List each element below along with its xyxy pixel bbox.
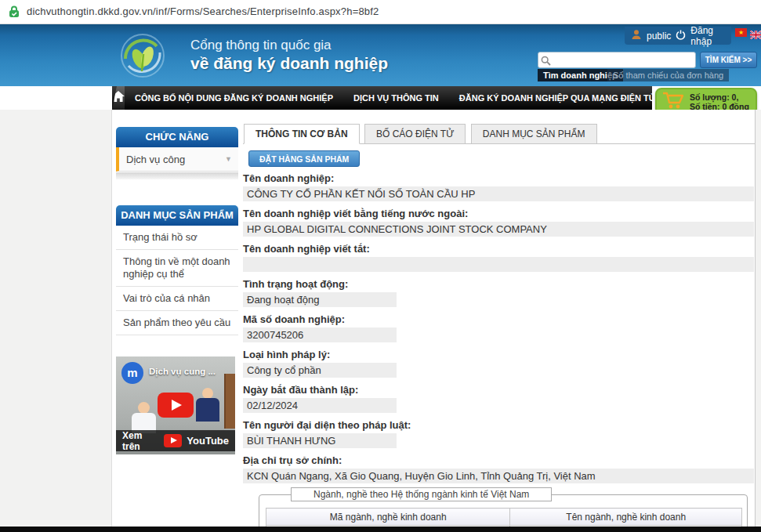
search-input[interactable]	[538, 52, 696, 68]
username-label[interactable]: public	[647, 31, 671, 42]
watch-on-label: Xem trên	[122, 430, 159, 452]
field-value: CÔNG TY CỔ PHẦN KẾT NỐI SỐ TOÀN CẦU HP	[243, 186, 754, 201]
video-scene-person	[196, 398, 219, 422]
sidebar-dropdown-public-services[interactable]: Dịch vụ công ▼	[116, 147, 238, 172]
field-label: Địa chỉ trụ sở chính:	[243, 454, 755, 466]
field-value: Đang hoạt động	[243, 292, 397, 307]
field-label: Tên doanh nghiệp:	[243, 172, 755, 184]
home-tab[interactable]	[112, 86, 125, 110]
search-button[interactable]: TÌM KIẾM >>	[700, 52, 757, 68]
sidebar-header-products: DANH MỤC SẢN PHẨM	[116, 205, 238, 226]
field-value: BÙI THANH HƯNG	[243, 433, 397, 448]
field-label: Ngày bắt đầu thành lập:	[243, 384, 755, 396]
field-value: KCN Quán Ngang, Xã Gio Quang, Huyện Gio …	[243, 469, 754, 483]
main-nav: CÔNG BỐ NỘI DUNG ĐĂNG KÝ DOANH NGHIỆP DỊ…	[112, 86, 652, 110]
industry-col-name: Tên ngành, nghề kinh doanh	[510, 508, 742, 526]
sidebar-product-list: Trạng thái hồ sơ Thông tin về một doanh …	[116, 226, 238, 335]
field-row: Tên doanh nghiệp: CÔNG TY CỔ PHẦN KẾT NỐ…	[243, 172, 755, 201]
video-scene-shelf	[224, 374, 235, 429]
nav-item-dich-vu[interactable]: DỊCH VỤ THÔNG TIN	[343, 93, 449, 103]
sidebar-item-individual-role[interactable]: Vai trò của cá nhân	[116, 287, 238, 311]
field-label: Mã số doanh nghiệp:	[243, 313, 755, 325]
site-logo-leaf-icon[interactable]	[118, 31, 168, 81]
field-row: Ngày bắt đầu thành lập: 02/12/2024	[243, 384, 755, 413]
sidebar-header-functions: CHỨC NĂNG	[116, 127, 238, 147]
tab-e-announcement[interactable]: BỐ CÁO ĐIỆN TỬ	[364, 124, 466, 144]
video-title[interactable]: Dịch vụ cung ...	[149, 367, 216, 376]
content-column: CHỨC NĂNG Dịch vụ công ▼ DANH MỤC SẢN PH…	[112, 110, 756, 527]
field-row: Tên doanh nghiệp viết tắt:	[243, 243, 755, 272]
field-value: 02/12/2024	[243, 398, 397, 413]
video-scene-person	[202, 388, 213, 399]
play-button-icon[interactable]	[158, 393, 194, 418]
field-label: Tên người đại diện theo pháp luật:	[243, 419, 755, 431]
language-flags: ★	[735, 28, 761, 37]
search-mode-order-ref[interactable]: Số tham chiếu của đơn hàng	[607, 69, 729, 81]
enterprise-fields: Tên doanh nghiệp: CÔNG TY CỔ PHẦN KẾT NỐ…	[243, 172, 755, 483]
field-label: Tình trạng hoạt động:	[243, 278, 755, 290]
field-value	[243, 257, 754, 272]
field-row: Tình trạng hoạt động: Đang hoạt động	[243, 278, 755, 307]
browser-url-bar[interactable]: dichvuthongtin.dkkd.gov.vn/inf/Forms/Sea…	[0, 0, 761, 24]
cart-quantity: Số lượng: 0,	[690, 92, 749, 102]
field-label: Tên doanh nghiệp viết bằng tiếng nước ng…	[243, 208, 755, 219]
chevron-down-icon: ▼	[225, 147, 232, 172]
youtube-brand-label: YouTube	[187, 435, 229, 447]
field-row: Mã số doanh nghiệp: 3200745206	[243, 313, 755, 342]
search-icon	[541, 55, 551, 65]
youtube-video-embed[interactable]: m Dịch vụ cung ... Xem trên YouTube	[116, 356, 235, 454]
industry-table: Mã ngành, nghề kinh doanh Tên ngành, ngh…	[266, 508, 742, 527]
field-row: Tên người đại diện theo pháp luật: BÙI T…	[243, 419, 755, 448]
site-title-line2: về đăng ký doanh nghiệp	[190, 54, 388, 73]
channel-avatar[interactable]: m	[121, 362, 143, 384]
field-value: HP GLOBAL DIGITAL CONNECTIONS JOINT STOC…	[243, 222, 754, 237]
field-value: Công ty cổ phần	[243, 363, 397, 378]
secure-lock-icon[interactable]	[7, 5, 21, 19]
tab-basic-info[interactable]: THÔNG TIN CƠ BẢN	[244, 124, 360, 144]
sidebar-item-enterprise-info[interactable]: Thông tin về một doanh nghiệp cụ thể	[116, 250, 238, 287]
field-row: Tên doanh nghiệp viết bằng tiếng nước ng…	[243, 208, 755, 237]
order-product-button[interactable]: ĐẶT HÀNG SẢN PHẨM	[248, 150, 360, 167]
login-link[interactable]: Đăng nhập	[690, 25, 725, 47]
screenshot-root: dichvuthongtin.dkkd.gov.vn/inf/Forms/Sea…	[0, 0, 761, 532]
field-label: Loại hình pháp lý:	[243, 349, 755, 360]
site-title-line1: Cổng thông tin quốc gia	[190, 38, 332, 53]
sidebar-divider-strip	[116, 172, 238, 179]
user-icon	[631, 29, 642, 43]
account-strip: public Đăng nhập	[625, 27, 731, 45]
dropdown-label: Dịch vụ công	[126, 154, 185, 165]
field-value: 3200745206	[243, 328, 397, 342]
video-scene-person	[138, 402, 150, 414]
tab-product-catalog[interactable]: DANH MỤC SẢN PHẨM	[471, 124, 597, 144]
video-bottom-overlay[interactable]: Xem trên YouTube	[116, 430, 235, 451]
detail-tabs: THÔNG TIN CƠ BẢN BỐ CÁO ĐIỆN TỬ DANH MỤC…	[243, 124, 755, 144]
youtube-logo-icon	[164, 434, 182, 447]
nav-item-cong-bo[interactable]: CÔNG BỐ NỘI DUNG ĐĂNG KÝ DOANH NGHIỆP	[125, 93, 343, 103]
vietnam-flag-icon[interactable]: ★	[735, 28, 747, 37]
sidebar-item-on-demand[interactable]: Sản phẩm theo yêu cầu	[116, 311, 238, 335]
site-header: Cổng thông tin quốc gia về đăng ký doanh…	[0, 24, 761, 86]
url-text[interactable]: dichvuthongtin.dkkd.gov.vn/inf/Forms/Sea…	[27, 5, 379, 17]
field-row: Địa chỉ trụ sở chính: KCN Quán Ngang, Xã…	[243, 454, 755, 483]
sidebar-item-ho-so-status[interactable]: Trạng thái hồ sơ	[116, 226, 238, 250]
uk-flag-icon[interactable]	[750, 28, 761, 37]
bottom-edge-bar	[0, 527, 761, 532]
main-panel: THÔNG TIN CƠ BẢN BỐ CÁO ĐIỆN TỬ DANH MỤC…	[243, 124, 755, 527]
industry-fieldset: Ngành, nghề theo Hệ thống ngành kinh tế …	[259, 494, 748, 527]
field-row: Loại hình pháp lý: Công ty cổ phần	[243, 349, 755, 378]
power-icon[interactable]	[676, 29, 686, 43]
industry-col-code: Mã ngành, nghề kinh doanh	[266, 508, 510, 526]
industry-legend: Ngành, nghề theo Hệ thống ngành kinh tế …	[291, 487, 552, 501]
field-label: Tên doanh nghiệp viết tắt:	[243, 243, 755, 255]
home-icon	[112, 91, 125, 105]
nav-item-dang-ky[interactable]: ĐĂNG KÝ DOANH NGHIỆP QUA MẠNG ĐIỆN TỬ	[449, 93, 666, 103]
